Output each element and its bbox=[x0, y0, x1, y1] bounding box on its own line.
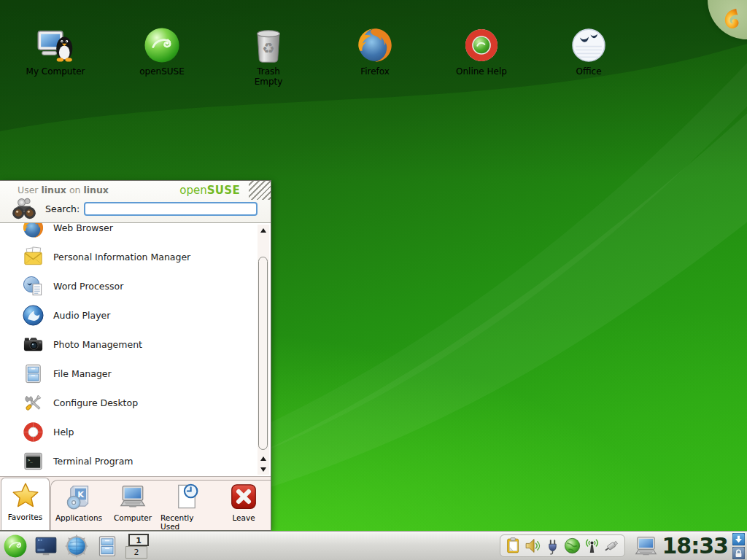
tab-label: Favorites bbox=[8, 513, 42, 521]
kickoff-header: User linux on linux openSUSE Search: bbox=[0, 181, 271, 223]
menu-item[interactable]: File Manager bbox=[1, 359, 257, 388]
network[interactable] bbox=[563, 537, 581, 555]
desktop-icon[interactable]: Office bbox=[551, 26, 627, 77]
desktop-icon[interactable]: Online Help bbox=[444, 26, 519, 77]
search-label: Search: bbox=[45, 203, 80, 214]
audio-player-icon bbox=[22, 304, 44, 327]
desktop-icon-label: Trash Empty bbox=[255, 67, 283, 88]
search-input[interactable] bbox=[84, 202, 258, 216]
pim-icon bbox=[22, 246, 44, 268]
web-browser-launcher[interactable] bbox=[63, 532, 90, 560]
svg-text:>_: >_ bbox=[28, 458, 33, 463]
scroll-down-button[interactable] bbox=[258, 464, 269, 475]
menu-item[interactable]: Web Browser bbox=[1, 223, 257, 242]
terminal-icon: >_ bbox=[22, 450, 44, 472]
menu-item[interactable]: Photo Management bbox=[1, 330, 257, 359]
desktop-icon-label: Office bbox=[576, 67, 601, 77]
menu-item[interactable]: Personal Information Manager bbox=[1, 242, 257, 271]
desktop-icon[interactable]: Firefox bbox=[337, 26, 413, 77]
kickoff-tab[interactable]: Favorites bbox=[1, 478, 50, 530]
menu-item[interactable]: Word Processor bbox=[1, 271, 257, 300]
word-processor-icon bbox=[22, 275, 44, 298]
clock[interactable]: 18:33 bbox=[662, 533, 729, 559]
wireless[interactable] bbox=[583, 537, 601, 555]
menu-item-label: Personal Information Manager bbox=[53, 252, 190, 262]
kickoff-tab[interactable]: Recently Used bbox=[160, 479, 213, 530]
lifesaver-icon bbox=[22, 421, 44, 443]
menu-item[interactable]: >_ Terminal Program bbox=[1, 446, 257, 475]
kickoff-tabbar: Favorites K Applications Computer Recent… bbox=[0, 476, 271, 530]
globe-gear-icon bbox=[64, 534, 89, 559]
tab-label: Applications bbox=[55, 513, 102, 522]
toolbox-flame-icon bbox=[718, 6, 744, 32]
recent-doc-icon bbox=[172, 482, 201, 511]
scrollbar-thumb[interactable] bbox=[258, 257, 268, 450]
removable-device[interactable] bbox=[603, 537, 621, 555]
volume[interactable] bbox=[524, 537, 542, 555]
menu-item-label: Help bbox=[53, 427, 74, 438]
scroll-up-button-bottom[interactable] bbox=[258, 453, 269, 464]
menu-item-label: Web Browser bbox=[53, 223, 113, 233]
power-management[interactable] bbox=[543, 537, 562, 555]
trash-icon: ♻ bbox=[249, 26, 287, 64]
file-manager-icon bbox=[22, 362, 44, 385]
opensuse-ball-icon bbox=[3, 534, 28, 559]
office-icon bbox=[570, 26, 608, 64]
applications-icon: K bbox=[64, 482, 93, 511]
file-manager-launcher[interactable] bbox=[93, 532, 121, 560]
star-icon bbox=[11, 481, 40, 510]
clipboard[interactable] bbox=[504, 537, 522, 555]
binoculars-icon bbox=[10, 195, 38, 222]
menu-item-label: Photo Management bbox=[53, 339, 142, 350]
application-list: Web Browser Personal Information Manager… bbox=[1, 223, 257, 476]
menu-item-label: Audio Player bbox=[53, 310, 110, 321]
kickoff-tab[interactable]: K Applications bbox=[53, 479, 105, 530]
kickoff-menu-launcher[interactable] bbox=[1, 532, 29, 560]
taskbar-panel: 12 18:33 bbox=[0, 531, 747, 560]
menu-item-label: Word Processor bbox=[53, 281, 123, 292]
desktop-icon-label: openSUSE bbox=[139, 67, 185, 77]
pager-desktop[interactable]: 1 bbox=[128, 534, 149, 546]
file-manager-icon bbox=[95, 534, 120, 559]
menu-item[interactable]: Audio Player bbox=[1, 300, 257, 330]
system-tray bbox=[500, 534, 625, 557]
desktop-icon[interactable]: ♻ Trash Empty bbox=[231, 26, 306, 88]
firefox-icon bbox=[356, 26, 394, 64]
menu-item[interactable]: Configure Desktop bbox=[1, 388, 257, 417]
desktop-icon[interactable]: openSUSE bbox=[124, 26, 200, 77]
kickoff-tab[interactable]: Leave bbox=[217, 479, 270, 530]
kickoff-tab[interactable]: Computer bbox=[107, 479, 159, 530]
my-computer-icon bbox=[36, 26, 74, 64]
scrollbar[interactable] bbox=[258, 225, 269, 475]
configure-icon bbox=[22, 392, 44, 414]
desktop-pager: 12 bbox=[125, 534, 149, 559]
photo-icon bbox=[22, 333, 44, 356]
menu-item[interactable]: Help bbox=[1, 417, 257, 446]
desktop-icon-label: Online Help bbox=[456, 67, 507, 77]
tab-label: Computer bbox=[114, 513, 152, 522]
hide-panel[interactable] bbox=[732, 533, 745, 545]
desktop-icon-label: My Computer bbox=[26, 67, 85, 77]
menu-item-label: File Manager bbox=[53, 368, 112, 379]
tab-label: Recently Used bbox=[160, 513, 213, 531]
leave-icon bbox=[229, 482, 258, 511]
firefox-icon bbox=[22, 223, 44, 239]
lock[interactable] bbox=[732, 547, 745, 559]
lifesaver-gecko-icon bbox=[462, 26, 500, 64]
tab-label: Leave bbox=[232, 513, 255, 522]
desktop-icon[interactable]: My Computer bbox=[18, 26, 93, 77]
laptop-icon bbox=[118, 482, 147, 511]
show-desktop-icon bbox=[34, 534, 58, 559]
scroll-up-button[interactable] bbox=[258, 225, 269, 236]
battery-monitor-icon[interactable] bbox=[632, 534, 659, 559]
svg-text:♻: ♻ bbox=[262, 40, 274, 57]
show-desktop[interactable] bbox=[32, 532, 60, 560]
desktop-icon-label: Firefox bbox=[360, 67, 390, 77]
kickoff-menu: User linux on linux openSUSE Search: Web… bbox=[0, 180, 271, 531]
pager-desktop[interactable]: 2 bbox=[125, 546, 147, 559]
opensuse-ball-icon bbox=[143, 26, 181, 64]
menu-item-label: Terminal Program bbox=[53, 456, 133, 467]
menu-item-label: Configure Desktop bbox=[53, 397, 138, 408]
